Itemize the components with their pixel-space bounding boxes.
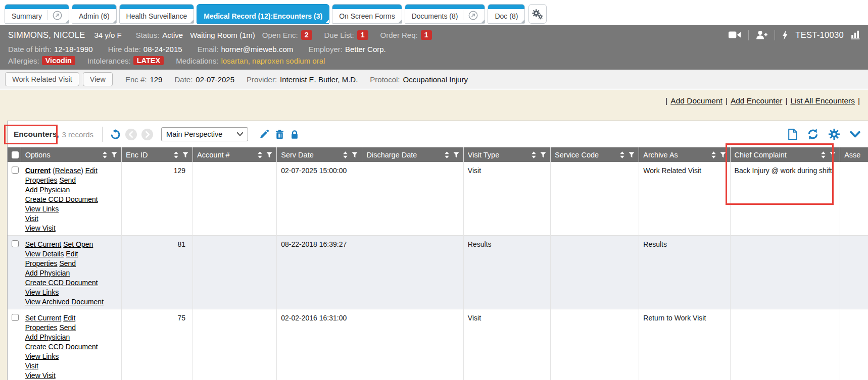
filter-icon[interactable] (182, 152, 188, 158)
current-link[interactable]: Current (25, 167, 51, 175)
create-ccd-document-link[interactable]: Create CCD Document (25, 195, 98, 203)
sort-icon[interactable] (174, 151, 178, 158)
perspective-select[interactable]: Main Perspective (161, 127, 248, 141)
add-physician-link[interactable]: Add Physician (25, 269, 70, 277)
intolerance-badge[interactable]: LATEX (133, 56, 164, 65)
delete-trash-icon[interactable] (275, 130, 284, 139)
properties-link[interactable]: Properties (25, 323, 58, 332)
refresh-icon[interactable] (807, 129, 818, 140)
lightning-icon[interactable] (782, 30, 788, 40)
sort-icon[interactable] (532, 151, 536, 158)
set-current-link[interactable]: Set Current (25, 240, 62, 248)
column-header-serv-date[interactable]: Serv Date (277, 147, 362, 162)
filter-icon[interactable] (629, 152, 635, 158)
tab-label: Summary (12, 13, 42, 20)
create-ccd-document-link[interactable]: Create CCD Document (25, 343, 98, 351)
column-header-account[interactable]: Account # (193, 147, 277, 162)
settings-gear-icon[interactable] (829, 129, 840, 140)
visit-link[interactable]: Visit (25, 362, 38, 370)
view-archived-document-link[interactable]: View Archived Document (25, 298, 104, 306)
tab-doc-8[interactable]: Doc (8) (488, 4, 525, 24)
list-all-encounters-link[interactable]: List All Encounters (790, 96, 855, 105)
work-related-visit-button[interactable]: Work Related Visit (5, 72, 79, 86)
sort-icon[interactable] (445, 151, 449, 158)
column-header-service-code[interactable]: Service Code (551, 147, 639, 162)
open-in-new-circle-icon[interactable] (463, 10, 478, 20)
column-header-archive-as[interactable]: Archive As (639, 147, 730, 162)
view-visit-link[interactable]: View Visit (25, 371, 56, 379)
edit-pencil-icon[interactable] (259, 130, 269, 139)
tab-admin-6[interactable]: Admin (6) (72, 4, 117, 24)
add-physician-link[interactable]: Add Physician (25, 186, 70, 194)
view-links-link[interactable]: View Links (25, 205, 59, 213)
undo-icon[interactable] (110, 129, 121, 140)
due-list-count[interactable]: 1 (357, 30, 368, 40)
row-checkbox[interactable] (12, 167, 19, 174)
create-ccd-document-link[interactable]: Create CCD Document (25, 279, 98, 287)
edit-link[interactable]: Edit (63, 314, 75, 322)
open-enc-count[interactable]: 2 (301, 30, 312, 40)
new-document-icon[interactable] (788, 129, 797, 140)
sort-icon[interactable] (821, 151, 826, 158)
sort-icon[interactable] (343, 151, 348, 158)
send-link[interactable]: Send (59, 323, 76, 332)
view-links-link[interactable]: View Links (25, 288, 59, 296)
filter-icon[interactable] (266, 152, 272, 158)
view-details-link[interactable]: View Details (25, 250, 64, 258)
properties-link[interactable]: Properties (25, 259, 58, 267)
column-header-asse[interactable]: Asse (840, 147, 868, 162)
visit-link[interactable]: Visit (25, 214, 38, 223)
add-encounter-link[interactable]: Add Encounter (731, 96, 783, 105)
allergy-badge[interactable]: Vicodin (42, 56, 75, 65)
column-header-discharge-date[interactable]: Discharge Date (362, 147, 463, 162)
collapse-chevron-icon[interactable] (850, 131, 860, 138)
filter-icon[interactable] (111, 152, 117, 158)
set-open-link[interactable]: Set Open (63, 240, 93, 248)
edit-link[interactable]: Edit (85, 167, 98, 175)
archive-as-cell: Return to Work Visit (639, 309, 730, 380)
lock-icon[interactable] (291, 130, 299, 139)
send-link[interactable]: Send (59, 259, 76, 267)
row-checkbox[interactable] (12, 240, 19, 247)
column-header-enc-id[interactable]: Enc ID (122, 147, 193, 162)
tab-medical-record-12-encounters-3[interactable]: Medical Record (12):Encounters (3) (197, 4, 329, 24)
row-checkbox[interactable] (12, 314, 19, 321)
open-in-new-circle-icon[interactable] (47, 10, 62, 20)
next-icon[interactable] (141, 129, 153, 140)
filter-icon[interactable] (540, 152, 546, 158)
filter-icon[interactable] (720, 152, 726, 158)
view-button[interactable]: View (83, 72, 113, 86)
add-physician-link[interactable]: Add Physician (25, 333, 70, 341)
send-link[interactable]: Send (59, 176, 76, 184)
select-all-checkbox[interactable] (12, 151, 19, 158)
properties-link[interactable]: Properties (25, 176, 58, 184)
prev-icon[interactable] (125, 129, 137, 140)
release-link[interactable]: Release (55, 167, 81, 175)
tab-settings-button[interactable] (528, 4, 547, 24)
column-header-options[interactable]: Options (21, 147, 121, 162)
tab-summary[interactable]: Summary (5, 4, 69, 24)
tab-health-surveillance[interactable]: Health Surveillance (119, 4, 195, 24)
tab-documents-8[interactable]: Documents (8) (405, 4, 486, 24)
bar-chart-icon[interactable] (851, 30, 861, 39)
filter-icon[interactable] (830, 152, 836, 158)
add-document-link[interactable]: Add Document (670, 96, 722, 105)
filter-icon[interactable] (453, 152, 459, 158)
sort-icon[interactable] (103, 151, 107, 158)
view-links-link[interactable]: View Links (25, 352, 59, 360)
edit-link[interactable]: Edit (66, 250, 78, 258)
sort-icon[interactable] (258, 151, 262, 158)
set-current-link[interactable]: Set Current (25, 314, 62, 322)
order-req-count[interactable]: 1 (421, 30, 432, 40)
view-visit-link[interactable]: View Visit (25, 224, 56, 232)
tab-label: Medical Record (12):Encounters (3) (204, 13, 322, 20)
sort-icon[interactable] (711, 151, 716, 158)
tab-on-screen-forms[interactable]: On Screen Forms (332, 4, 402, 24)
column-header-visit-type[interactable]: Visit Type (463, 147, 550, 162)
add-person-icon[interactable] (756, 30, 767, 39)
column-header-chief-complaint[interactable]: Chief Complaint (730, 147, 840, 162)
medications-value[interactable]: losartan, naproxen sodium oral (221, 57, 325, 65)
sort-icon[interactable] (620, 151, 624, 158)
filter-icon[interactable] (352, 152, 358, 158)
video-camera-icon[interactable] (729, 31, 741, 39)
